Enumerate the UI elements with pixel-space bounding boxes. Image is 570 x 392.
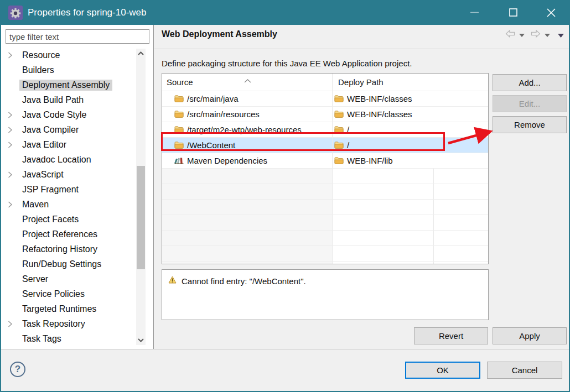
- deploy-path: /: [347, 125, 349, 134]
- chevron-right-icon[interactable]: [8, 321, 19, 327]
- forward-button[interactable]: [531, 30, 541, 38]
- table-header: Source Deploy Path: [162, 74, 488, 91]
- sidebar-item-label: Java Compiler: [19, 124, 81, 135]
- back-button[interactable]: [505, 30, 515, 38]
- sidebar-item-javascript[interactable]: JavaScript: [1, 167, 136, 182]
- deploy-path-cell[interactable]: /: [333, 138, 488, 153]
- source-path: /target/m2e-wtp/web-resources: [187, 125, 302, 134]
- sidebar-scrollbar[interactable]: [136, 49, 146, 345]
- source-cell[interactable]: /src/main/java: [162, 91, 333, 106]
- table-row[interactable]: Maven Dependencies WEB-INF/lib: [162, 153, 488, 169]
- folder-icon: [174, 141, 184, 149]
- sidebar-item-label: Java Build Path: [19, 95, 86, 106]
- ok-button[interactable]: OK: [405, 362, 480, 379]
- sidebar-item-deployment-assembly[interactable]: Deployment Assembly: [1, 77, 136, 92]
- sidebar-item-task-repository[interactable]: Task Repository: [1, 316, 136, 331]
- sidebar-item-label: Targeted Runtimes: [19, 304, 99, 315]
- apply-button[interactable]: Apply: [493, 327, 567, 344]
- table-row[interactable]: /src/main/resources WEB-INF/classes: [162, 107, 488, 122]
- remove-button[interactable]: Remove: [493, 116, 567, 133]
- sidebar-item-maven[interactable]: Maven: [1, 197, 136, 212]
- chevron-right-icon[interactable]: [8, 112, 19, 118]
- folder-icon: [334, 156, 344, 165]
- deploy-path: WEB-INF/classes: [347, 94, 412, 103]
- table-row-empty: [162, 246, 488, 262]
- sidebar-item-java-code-style[interactable]: Java Code Style: [1, 107, 136, 122]
- library-icon: [174, 156, 184, 165]
- sidebar-item-run-debug-settings[interactable]: Run/Debug Settings: [1, 257, 136, 271]
- sidebar-item-project-facets[interactable]: Project Facets: [1, 212, 136, 227]
- sidebar-item-server[interactable]: Server: [1, 271, 136, 286]
- deploy-path: WEB-INF/classes: [347, 109, 412, 119]
- deploy-path-cell[interactable]: WEB-INF/lib: [333, 153, 488, 168]
- sidebar-item-label: Java Code Style: [19, 109, 90, 121]
- column-header-deploy-path[interactable]: Deploy Path: [333, 74, 488, 91]
- table-row-empty: [162, 215, 488, 231]
- scrollbar-thumb[interactable]: [137, 166, 145, 269]
- chevron-right-icon[interactable]: [8, 142, 19, 148]
- source-cell[interactable]: /target/m2e-wtp/web-resources: [162, 122, 333, 137]
- table-row-empty: [162, 262, 488, 264]
- deploy-path: /: [347, 140, 349, 150]
- sidebar-item-builders[interactable]: Builders: [1, 62, 136, 77]
- eclipse-gear-icon: [8, 6, 23, 20]
- maximize-button[interactable]: [500, 0, 526, 25]
- back-history-dropdown-icon[interactable]: [519, 34, 525, 37]
- sidebar-item-label: Service Policies: [19, 289, 87, 300]
- deploy-path-cell[interactable]: WEB-INF/classes: [333, 91, 488, 106]
- sidebar-item-label: Java Editor: [19, 139, 69, 150]
- sidebar-item-javadoc-location[interactable]: Javadoc Location: [1, 152, 136, 167]
- sidebar-item-label: Resource: [19, 50, 63, 61]
- sidebar-item-jsp-fragment[interactable]: JSP Fragment: [1, 182, 136, 197]
- table-row[interactable]: /WebContent /: [162, 138, 488, 153]
- table-body: /src/main/java WEB-INF/classes /src/main…: [162, 91, 488, 264]
- filter-input[interactable]: [6, 29, 149, 44]
- cancel-button[interactable]: Cancel: [487, 362, 562, 379]
- sidebar-item-java-build-path[interactable]: Java Build Path: [1, 92, 136, 107]
- chevron-right-icon[interactable]: [8, 52, 19, 59]
- sidebar-item-label: Refactoring History: [19, 244, 100, 255]
- chevron-right-icon[interactable]: [8, 171, 19, 178]
- sidebar-item-refactoring-history[interactable]: Refactoring History: [1, 242, 136, 257]
- sidebar-item-label: Javadoc Location: [19, 154, 94, 165]
- source-cell[interactable]: /WebContent: [162, 138, 333, 153]
- sidebar-item-resource[interactable]: Resource: [1, 48, 136, 62]
- help-icon[interactable]: ?: [10, 362, 25, 377]
- title-bar[interactable]: Properties for spring-10-web: [0, 0, 570, 25]
- sidebar-item-java-compiler[interactable]: Java Compiler: [1, 122, 136, 137]
- folder-icon: [174, 95, 184, 103]
- deploy-path-cell[interactable]: WEB-INF/classes: [333, 107, 488, 122]
- sidebar-item-label: JSP Fragment: [19, 184, 81, 195]
- chevron-right-icon[interactable]: [8, 127, 19, 133]
- view-menu-icon[interactable]: [558, 34, 564, 38]
- scroll-up-icon[interactable]: [136, 49, 146, 58]
- warning-icon: [168, 276, 177, 286]
- minimize-button[interactable]: [462, 0, 487, 25]
- sidebar-item-task-tags[interactable]: Task Tags: [1, 331, 136, 346]
- sidebar-item-label: Run/Debug Settings: [19, 259, 104, 270]
- table-row[interactable]: /src/main/java WEB-INF/classes: [162, 91, 488, 107]
- sidebar-item-label: Maven: [19, 199, 51, 210]
- deploy-path-cell[interactable]: /: [333, 122, 488, 137]
- close-button[interactable]: [538, 0, 564, 25]
- sort-ascending-icon: [244, 75, 251, 85]
- source-cell[interactable]: /src/main/resources: [162, 107, 333, 122]
- add-button[interactable]: Add...: [493, 74, 567, 91]
- description-text: Define packaging structure for this Java…: [162, 59, 412, 68]
- sidebar-item-targeted-runtimes[interactable]: Targeted Runtimes: [1, 301, 136, 316]
- sidebar-item-project-references[interactable]: Project References: [1, 227, 136, 242]
- table-row[interactable]: /target/m2e-wtp/web-resources /: [162, 122, 488, 138]
- chevron-right-icon[interactable]: [8, 201, 19, 208]
- source-cell[interactable]: Maven Dependencies: [162, 153, 333, 168]
- footer-divider: [1, 349, 569, 349]
- sidebar-item-label: Project References: [19, 229, 100, 240]
- forward-history-dropdown-icon[interactable]: [545, 34, 550, 37]
- sidebar-item-label: Task Repository: [19, 318, 88, 330]
- folder-icon: [334, 141, 344, 149]
- sidebar-item-service-policies[interactable]: Service Policies: [1, 286, 136, 301]
- revert-button[interactable]: Revert: [414, 327, 488, 344]
- sidebar-item-java-editor[interactable]: Java Editor: [1, 137, 136, 152]
- sidebar-item-label: Server: [19, 274, 51, 285]
- scroll-down-icon[interactable]: [136, 336, 146, 345]
- folder-icon: [174, 110, 184, 118]
